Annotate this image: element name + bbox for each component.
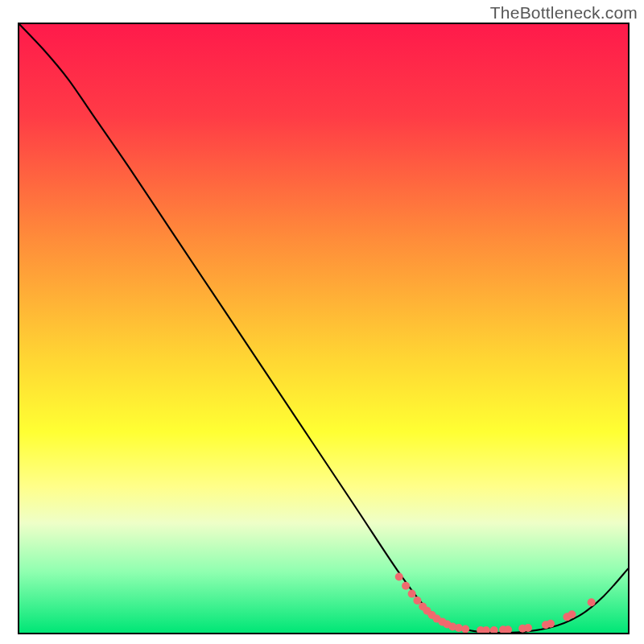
scatter-point <box>547 620 555 628</box>
scatter-point <box>568 610 576 618</box>
scatter-point <box>402 582 410 590</box>
scatter-point <box>524 624 532 632</box>
scatter-point <box>395 572 403 580</box>
chart-overlay <box>19 24 628 633</box>
scatter-point <box>588 598 596 606</box>
scatter-points <box>395 572 596 633</box>
scatter-point <box>461 625 469 633</box>
scatter-point <box>490 626 498 633</box>
main-curve <box>19 24 628 633</box>
scatter-point <box>482 626 490 633</box>
chart-container: TheBottleneck.com <box>0 0 644 644</box>
scatter-point <box>413 597 421 605</box>
scatter-point <box>408 590 416 598</box>
scatter-point <box>455 624 463 632</box>
watermark-text: TheBottleneck.com <box>490 3 638 23</box>
plot-area <box>18 23 630 634</box>
